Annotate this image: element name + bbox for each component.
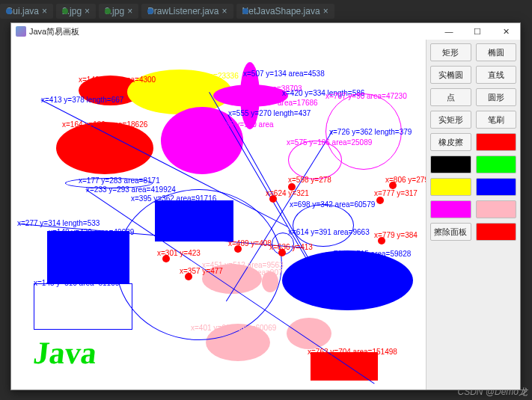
- shape-label: x=275 y=96 area=23336: [157, 72, 239, 80]
- editor-tab[interactable]: Gui.java ×: [0, 4, 53, 19]
- brush-tool-button[interactable]: 笔刷: [476, 111, 517, 129]
- clear-canvas-button[interactable]: 擦除面板: [430, 223, 471, 241]
- drawing-canvas[interactable]: x=149 y=87 area=4300x=275 y=96 area=2333…: [11, 40, 426, 390]
- shape-label: x=489 y=408: [228, 239, 272, 247]
- stroke-rect: [34, 283, 132, 330]
- line-tool-button[interactable]: 直线: [476, 66, 517, 84]
- color-swatch[interactable]: [430, 156, 471, 173]
- filled-rect: [311, 352, 378, 381]
- circle-tool-button[interactable]: 圆形: [476, 88, 517, 106]
- titlebar[interactable]: Java简易画板 — ☐ ✕: [11, 23, 520, 40]
- filled-ellipse: [56, 122, 153, 174]
- shape-label: x=365 y=190 area: [213, 120, 274, 129]
- shape-label: x=777 y=317: [374, 189, 418, 197]
- color-swatch[interactable]: [476, 156, 517, 173]
- color-swatch[interactable]: [476, 200, 517, 218]
- fill-rect-tool-button[interactable]: 实矩形: [430, 111, 471, 129]
- shape-label: x=763 y=704 area=151498: [308, 348, 397, 356]
- window-title: Java简易画板: [29, 26, 79, 37]
- editor-tab[interactable]: 2.jpg ×: [56, 4, 96, 19]
- java-signature: Java: [31, 335, 98, 371]
- shape-label: x=624 y=321: [266, 189, 309, 197]
- shape-label: x=806 y=279: [385, 176, 426, 184]
- shape-label: x=149 y=87 area=4300: [79, 76, 156, 84]
- shape-label: area=17686: [278, 99, 318, 107]
- maximize-button[interactable]: ☐: [463, 23, 492, 40]
- tool-panel: 矩形 椭圆 实椭圆 直线 点 圆形 实矩形 笔刷 橡皮擦: [426, 40, 520, 390]
- shape-label: x=395 y=362 area=91716: [131, 194, 216, 203]
- color-swatch[interactable]: [430, 200, 471, 218]
- editor-tab[interactable]: 3.jpg ×: [99, 4, 138, 19]
- stroke-ellipse: [293, 204, 354, 247]
- shape-label: x=148 y=430 area=49689: [49, 228, 134, 236]
- shape-label: x=233 y=293 area=419924: [86, 185, 176, 194]
- app-window: Java简易画板 — ☐ ✕ x=149 y=87 area=4300x=275…: [10, 22, 521, 390]
- filled-ellipse: [287, 318, 331, 349]
- rect-tool-button[interactable]: 矩形: [430, 43, 471, 61]
- color-swatch[interactable]: [430, 178, 471, 196]
- shape-label: x=401 y=619 area=60069: [191, 324, 276, 332]
- close-button[interactable]: ✕: [492, 23, 520, 40]
- shape-label: x=598 y=278: [288, 176, 331, 184]
- filled-rect: [47, 231, 129, 283]
- shape-label: x=714 y=515 area=59828: [325, 250, 411, 258]
- shape-label: x=164 y=189 area=18626: [62, 120, 147, 129]
- shape-label: x=301 y=423: [157, 249, 201, 257]
- color-swatch[interactable]: [476, 178, 517, 196]
- dot-tool-button[interactable]: 点: [430, 88, 471, 106]
- editor-tab[interactable]: DrawListener.java ×: [141, 4, 233, 19]
- shape-label: x=555 y=270 length=437: [228, 109, 311, 117]
- shape-label: x=698 y=342 area=60579: [290, 200, 375, 209]
- shape-label: x=357 y=477: [180, 267, 223, 275]
- dot: [376, 197, 384, 204]
- shape-label: x=507 y=134 area=4538: [243, 70, 325, 78]
- shape-label: x=779 y=384: [374, 231, 418, 239]
- shape-label: x=575 y=186 area=25089: [287, 138, 372, 147]
- shape-label: x=177 y=283 area=8171: [79, 176, 160, 185]
- shape-label: x=726 y=362 length=379: [329, 128, 412, 136]
- color-swatch[interactable]: [476, 133, 517, 151]
- editor-tabs: Gui.java × 2.jpg × 3.jpg × DrawListener.…: [0, 3, 334, 19]
- shape-label: x=707 y=90 area=47230: [325, 92, 407, 100]
- filled-ellipse: [282, 250, 413, 310]
- shape-label: x=413 y=378 length=667: [41, 96, 123, 104]
- shape-label: x=145 y=516 area=81100: [34, 279, 119, 287]
- editor-tab[interactable]: NetJavaShape.java ×: [236, 4, 334, 19]
- shape-label: area=907: [251, 268, 283, 277]
- shape-label: x=636 y=413: [269, 243, 313, 251]
- minimize-button[interactable]: —: [435, 23, 463, 40]
- color-swatch[interactable]: [476, 223, 517, 241]
- app-icon: [16, 26, 26, 37]
- eraser-button[interactable]: 橡皮擦: [430, 133, 471, 151]
- shape-label: x=277 y=314 length=533: [17, 219, 100, 227]
- fill-oval-tool-button[interactable]: 实椭圆: [430, 66, 471, 84]
- shape-label: x=614 y=391 area=9663: [288, 228, 370, 236]
- oval-tool-button[interactable]: 椭圆: [476, 43, 517, 61]
